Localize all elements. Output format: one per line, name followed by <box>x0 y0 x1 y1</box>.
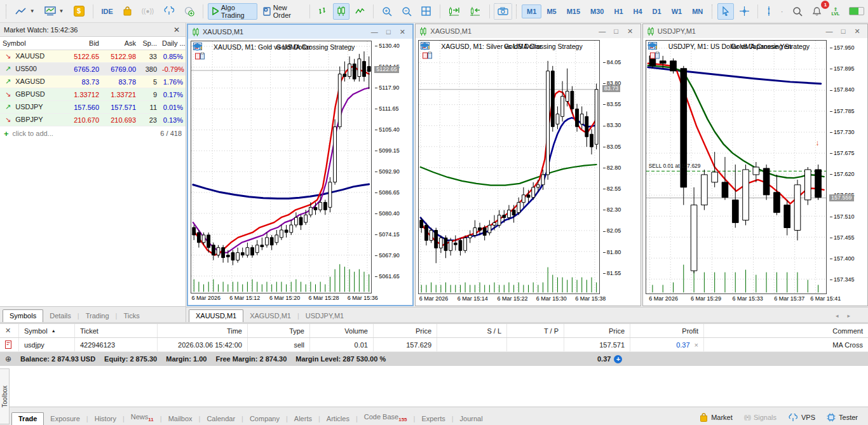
toolbox-side-tab[interactable]: Toolbox <box>0 368 10 424</box>
maximize-button[interactable]: □ <box>610 27 623 36</box>
vertical-line-tool-button[interactable] <box>763 3 775 20</box>
column-header[interactable]: Daily ... <box>159 39 186 47</box>
price-axis[interactable]: 5130.405124.155117.905111.655105.405099.… <box>373 41 412 293</box>
close-panel-icon[interactable]: ✕ <box>0 324 19 337</box>
chart-plot[interactable]: XAUUSD, M1: Gold vs US DollarGoldMA Cros… <box>191 41 372 293</box>
chart-plot[interactable]: USDJPY, M1: US Dollar vs Japanese YenGol… <box>646 40 827 294</box>
column-header[interactable]: Sp... <box>139 39 159 47</box>
metaeditor-button[interactable]: IDE <box>97 3 116 20</box>
status-tester[interactable]: Tester <box>827 413 858 422</box>
maximize-button[interactable]: □ <box>837 27 850 36</box>
chart-tab-xauusd[interactable]: XAUUSD,M1 <box>189 309 243 322</box>
indicator-doc-icon[interactable] <box>195 52 372 62</box>
timeframe-button-w1[interactable]: W1 <box>667 4 688 18</box>
column-header[interactable]: Symbol <box>0 39 65 47</box>
auto-scroll-button[interactable] <box>466 3 485 20</box>
time-axis[interactable]: 6 Mar 20266 Mar 15:126 Mar 15:206 Mar 15… <box>191 295 372 304</box>
indicator-doc-icon[interactable] <box>650 51 827 61</box>
close-position-icon[interactable]: × <box>695 341 698 349</box>
toolbox-tab-experts[interactable]: Experts <box>415 413 451 425</box>
expert-advisor-icon[interactable] <box>419 43 596 52</box>
close-button[interactable]: ✕ <box>851 27 864 36</box>
status-market[interactable]: Market <box>700 413 733 422</box>
chart-plot[interactable]: XAGUSD, M1: Silver vs US DollarGoldMA Cr… <box>418 40 599 294</box>
expand-icon[interactable]: ⊕ <box>5 354 11 363</box>
timeframe-button-mn[interactable]: MN <box>687 4 708 18</box>
column-header[interactable]: Bid <box>65 39 102 47</box>
close-button[interactable]: ✕ <box>624 27 637 36</box>
minimize-button[interactable]: — <box>596 27 609 36</box>
toolbox-tab-history[interactable]: History <box>88 413 123 425</box>
zoom-in-button[interactable] <box>378 3 396 20</box>
timeframe-button-d1[interactable]: D1 <box>648 4 667 18</box>
bar-chart-mode-button[interactable] <box>315 3 331 20</box>
toolbox-tab-code-base[interactable]: Code Base155 <box>358 411 414 425</box>
market-watch-row[interactable]: ↘ GBPJPY210.670210.693230.13% <box>0 114 186 126</box>
chart-window-titlebar[interactable]: XAUUSD,M1—□✕ <box>188 25 412 39</box>
crosshair-tool-button[interactable] <box>736 3 753 20</box>
timeframe-button-m5[interactable]: M5 <box>541 4 561 18</box>
timeframe-button-h4[interactable]: H4 <box>628 4 648 18</box>
tab-details[interactable]: Details <box>43 310 78 322</box>
new-order-button[interactable]: New Order <box>259 3 305 20</box>
minimize-button[interactable]: — <box>368 28 381 36</box>
expert-advisor-icon[interactable] <box>192 43 369 53</box>
price-chart[interactable] <box>419 41 599 293</box>
depth-of-market-button[interactable]: ⇧LVL <box>827 3 843 20</box>
chart-profile-button[interactable]: ▼ <box>11 3 39 20</box>
toolbox-tab-alerts[interactable]: Alerts <box>288 413 318 425</box>
community-button[interactable] <box>180 3 198 20</box>
toolbox-tab-mailbox[interactable]: Mailbox <box>162 413 199 425</box>
market-watch-row[interactable]: ↗ US5006765.206769.00380-0.79% <box>0 63 186 76</box>
screenshot-button[interactable] <box>494 3 512 20</box>
close-icon[interactable]: ✕ <box>172 25 182 34</box>
timeframe-button-m1[interactable]: M1 <box>522 4 541 18</box>
market-watch-row[interactable]: ↗ USDJPY157.560157.571110.01% <box>0 101 186 114</box>
price-axis[interactable]: 157.950157.895157.840157.785157.730157.6… <box>828 40 867 294</box>
timeframe-button-m30[interactable]: M30 <box>585 4 609 18</box>
tile-windows-button[interactable] <box>417 3 435 20</box>
search-button[interactable] <box>789 3 806 20</box>
chart-window-titlebar[interactable]: USDJPY,M1—□✕ <box>643 24 867 38</box>
close-button[interactable]: ✕ <box>396 28 409 36</box>
tab-trading[interactable]: Trading <box>79 310 116 322</box>
deposit-button[interactable]: $ <box>70 3 88 20</box>
shift-end-button[interactable] <box>445 3 464 20</box>
toolbox-tab-articles[interactable]: Articles <box>320 413 356 425</box>
market-watch-row[interactable]: ↘ XAUUSD5122.655122.98330.85% <box>0 50 186 63</box>
minimize-button[interactable]: — <box>823 27 836 36</box>
tab-scroll-arrows[interactable]: ◂▸ <box>836 313 865 322</box>
position-row[interactable]: usdjpy4229461232026.03.06 15:42:00sell0.… <box>0 338 868 352</box>
chart-tab-usdjpy[interactable]: USDJPY,M1 <box>299 310 350 322</box>
toolbox-tab-company[interactable]: Company <box>243 413 286 425</box>
one-click-toggle[interactable] <box>849 7 864 15</box>
market-button[interactable] <box>119 3 136 20</box>
chart-window-button[interactable]: ▼ <box>41 3 68 20</box>
toolbox-tab-calendar[interactable]: Calendar <box>200 413 241 425</box>
zoom-out-button[interactable] <box>398 3 416 20</box>
expert-advisor-icon[interactable] <box>647 43 824 52</box>
cursor-tool-button[interactable] <box>717 3 734 20</box>
status-vps[interactable]: VPS <box>788 414 815 422</box>
chart-window-titlebar[interactable]: XAGUSD,M1—□✕ <box>416 24 640 38</box>
timeframe-button-h1[interactable]: H1 <box>609 4 628 18</box>
market-watch-row[interactable]: ↘ GBPUSD1.337121.3372190.17% <box>0 88 186 101</box>
market-watch-row[interactable]: ↗ XAGUSD83.7383.7851.76% <box>0 76 186 88</box>
line-chart-mode-button[interactable] <box>351 3 369 20</box>
price-axis[interactable]: 84.0583.8083.5583.3083.0582.8082.5582.30… <box>601 40 641 294</box>
new-position-icon[interactable]: + <box>614 355 622 363</box>
objects-more-button[interactable]: · <box>777 3 787 20</box>
timeframe-button-m15[interactable]: M15 <box>562 4 585 18</box>
toolbox-tab-trade[interactable]: Trade <box>11 412 44 425</box>
vps-button[interactable] <box>159 3 179 20</box>
column-header[interactable]: Ask <box>102 39 139 47</box>
add-symbol-row[interactable]: + click to add... 6 / 418 <box>0 126 186 140</box>
signals-button[interactable]: ((●)) <box>138 3 158 20</box>
toolbox-tab-journal[interactable]: Journal <box>454 413 489 425</box>
chart-tab-xagusd[interactable]: XAGUSD,M1 <box>243 310 297 322</box>
tab-ticks[interactable]: Ticks <box>117 310 146 322</box>
notifications-button[interactable]: 1 <box>808 3 825 20</box>
price-chart[interactable] <box>191 41 371 293</box>
toolbox-tab-exposure[interactable]: Exposure <box>44 413 86 425</box>
time-axis[interactable]: 6 Mar 20266 Mar 15:296 Mar 15:336 Mar 15… <box>646 295 827 304</box>
